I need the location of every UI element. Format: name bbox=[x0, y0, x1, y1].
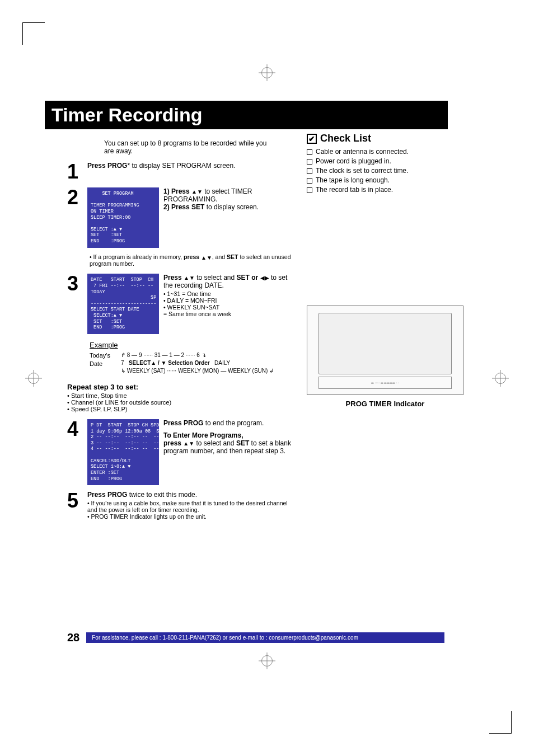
step5-note1: • If you're using a cable box, make sure… bbox=[87, 500, 291, 513]
registration-mark-bottom bbox=[261, 655, 273, 666]
example-heading: Example bbox=[90, 341, 291, 349]
step4-more-hdr: To Enter More Programs, bbox=[163, 431, 243, 439]
step1-rest: * to display SET PROGRAM screen. bbox=[127, 162, 235, 170]
step4-more-press: press bbox=[163, 439, 183, 447]
step-5: 5 Press PROG twice to exit this mode. • … bbox=[67, 491, 291, 520]
osd-set-program: SET PROGRAM TIMER PROGRAMMING ON TIMER S… bbox=[87, 187, 159, 248]
assistance-bar: For assistance, please call : 1-800-211-… bbox=[86, 632, 444, 643]
registration-mark-top bbox=[261, 67, 273, 78]
step2-line2a: 2) Press SET bbox=[163, 203, 204, 211]
step4-press-prog: Press PROG bbox=[163, 419, 203, 427]
crop-mark-tl bbox=[22, 22, 45, 45]
step-number: 5 bbox=[67, 491, 83, 520]
crop-mark-br bbox=[489, 711, 512, 734]
checkbox-icon bbox=[307, 159, 312, 165]
step2-line2b: to display screen. bbox=[204, 203, 259, 211]
checkbox-icon bbox=[307, 178, 312, 184]
step1-press-prog: Press PROG bbox=[87, 162, 127, 170]
checkmark-icon: ✔ bbox=[307, 134, 317, 144]
left-right-icon: ◀▶ bbox=[260, 275, 269, 281]
page-title: Timer Recording bbox=[45, 101, 448, 129]
osd-select-date: DATE START STOP CH 7 FRI --:-- --:-- -- … bbox=[87, 274, 159, 334]
step-4: 4 P DT START STOP CH SPD 1 day 9:00p 12:… bbox=[67, 419, 291, 485]
example-diagram: Today's Date ↱ 8 — 9 ······ 31 — 1 — 2 ·… bbox=[90, 351, 291, 375]
step-2: 2 SET PROGRAM TIMER PROGRAMMING ON TIMER… bbox=[67, 187, 291, 248]
step-3: 3 DATE START STOP CH 7 FRI --:-- --:-- -… bbox=[67, 274, 291, 334]
up-down-icon: ▲▼ bbox=[183, 440, 194, 447]
vcr-caption: PROG TIMER Indicator bbox=[307, 400, 463, 408]
check-list-heading: ✔ Check List bbox=[307, 133, 463, 144]
step3-bullet1: • 1~31 = One time bbox=[163, 290, 291, 297]
repeat-heading: Repeat step 3 to set: bbox=[67, 383, 291, 391]
step3-bullet4: = Same time once a week bbox=[163, 311, 291, 317]
osd-program-list: P DT START STOP CH SPD 1 day 9:00p 12:00… bbox=[87, 419, 159, 485]
up-down-icon: ▲▼ bbox=[201, 254, 212, 260]
step-number: 1 bbox=[67, 162, 83, 182]
step-number: 3 bbox=[67, 274, 83, 334]
intro-text: You can set up to 8 programs to be recor… bbox=[104, 139, 272, 155]
step3-bullet3: • WEEKLY SUN~SAT bbox=[163, 304, 291, 311]
checkbox-icon bbox=[307, 149, 312, 155]
step3-bullet2: • DAILY = MON~FRI bbox=[163, 297, 291, 304]
registration-mark-right bbox=[495, 373, 506, 384]
checkbox-icon bbox=[307, 168, 312, 174]
registration-mark-left bbox=[28, 373, 39, 384]
step3-setor: SET or bbox=[237, 274, 260, 281]
step2-note: • If a program is already in memory, pre… bbox=[90, 253, 291, 267]
step2-line1a: 1) Press bbox=[163, 187, 191, 195]
vcr-illustration: ▭ ◦◦◦◦◦ ▭ ▭▭▭▭ ◦ ◦ bbox=[307, 306, 463, 395]
step-number: 4 bbox=[67, 419, 83, 485]
step3-press: Press bbox=[163, 274, 184, 281]
up-down-icon: ▲▼ bbox=[184, 275, 195, 281]
page-number: 28 bbox=[67, 631, 79, 644]
step-1: 1 Press PROG* to display SET PROGRAM scr… bbox=[67, 162, 291, 182]
step5-note2: • PROG TIMER Indicator lights up on the … bbox=[87, 513, 291, 520]
step5-rest: twice to exit this mode. bbox=[127, 491, 197, 499]
repeat-list: Start time, Stop time Channel (or LINE f… bbox=[67, 392, 291, 412]
step3-mid: to select and bbox=[195, 274, 237, 281]
check-list: Cable or antenna is connected. Power cor… bbox=[307, 148, 463, 194]
step4-more-set: SET bbox=[236, 439, 249, 447]
checkbox-icon bbox=[307, 187, 312, 193]
step-number: 2 bbox=[67, 187, 83, 248]
step4-more-b: to select and bbox=[194, 439, 236, 447]
up-down-icon: ▲▼ bbox=[191, 189, 203, 195]
step4-rest: to end the program. bbox=[203, 419, 264, 427]
step5-press-prog: Press PROG bbox=[87, 491, 127, 499]
